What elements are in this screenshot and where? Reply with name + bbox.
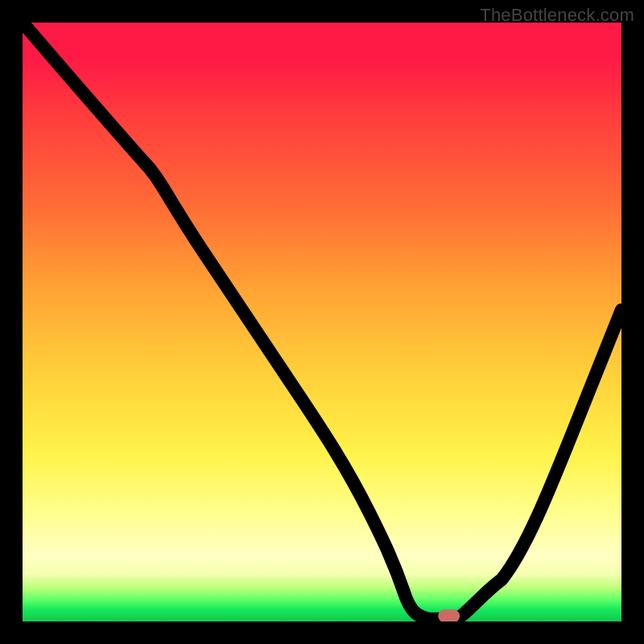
bottleneck-curve	[23, 23, 621, 621]
chart-frame: TheBottleneck.com	[0, 0, 644, 644]
optimal-point-marker	[438, 609, 460, 621]
plot-area	[23, 23, 621, 621]
curve-path	[23, 23, 621, 619]
